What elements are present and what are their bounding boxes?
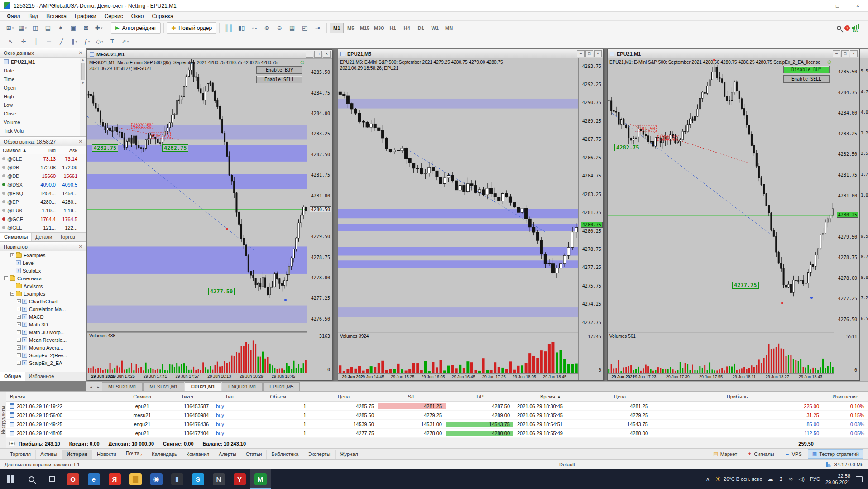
taskbar-app-terminal-app[interactable]: ▮ [167, 469, 187, 489]
taskbar-clock[interactable]: 22:5829.06.2021 [825, 473, 850, 485]
navigator-button[interactable]: ✶ [55, 22, 67, 34]
chart-tab-3-enqu21-m1[interactable]: ENQU21,M1 [222, 382, 263, 391]
expand-icon[interactable]: + [17, 307, 21, 311]
navigator-tab-общие[interactable]: Общие [0, 372, 25, 381]
expand-icon[interactable]: + [17, 330, 21, 334]
tabs-scroll-left-icon[interactable]: ◂ [87, 383, 95, 391]
expand-icon[interactable]: + [17, 315, 21, 319]
navigator-item-correlation-ma-[interactable]: +ƒCorrelation Ma... [0, 305, 86, 313]
ea-enable-sell-button[interactable]: Enable SELL [783, 75, 830, 83]
chart-window-titlebar[interactable]: MESU21,M1–□× [87, 50, 332, 59]
bar-chart-button[interactable]: ║║ [223, 22, 235, 34]
market-watch-row-gle[interactable]: @GLE121...122... [0, 223, 86, 232]
new-order-quick-button[interactable]: ✚▾ [93, 22, 105, 34]
history-row[interactable]: 2021.06.29 15:56:00mesu21136450984buy142… [6, 411, 868, 420]
navigator-item-scalpex-2-ea[interactable]: +ƒScalpEx_2_EA [0, 359, 86, 367]
menu-вставка[interactable]: Вставка [42, 12, 71, 20]
crosshair-tool-button[interactable]: ✛ [18, 36, 29, 47]
expand-icon[interactable]: + [17, 338, 21, 342]
timeframe-h1-button[interactable]: H1 [386, 23, 400, 33]
ea-enable-sell-button[interactable]: Enable SELL [256, 76, 302, 83]
timeframe-mn-button[interactable]: MN [442, 23, 456, 33]
history-row[interactable]: 2021.06.29 16:19:22epu21136453587buy1428… [6, 402, 868, 411]
timeframe-d1-button[interactable]: D1 [414, 23, 428, 33]
upload-status-icon[interactable]: ↥ [779, 476, 783, 482]
expand-icon[interactable]: + [17, 322, 21, 326]
chart-tab-0-mesu21-m1[interactable]: MESU21,M1 [102, 382, 143, 391]
chart-tab-1-mesu21-m1[interactable]: MESU21,M1 [143, 382, 184, 391]
ea-enable-buy-button[interactable]: Enable BUY [256, 66, 302, 74]
history-row[interactable]: 2021.06.29 18:48:05epu21136477404buy1427… [6, 429, 868, 438]
data-window-symbol-row[interactable]: EPU21,M1 [0, 58, 86, 66]
notification-center-icon[interactable] [856, 476, 863, 482]
algo-trading-button[interactable]: ▶Алготрейдинг [111, 22, 161, 34]
history-column-время[interactable]: Время [6, 394, 122, 399]
navigator-item-chartinchart[interactable]: +ƒChartInChart [0, 297, 86, 305]
window-minimize-button[interactable]: – [807, 0, 827, 11]
new-order-button[interactable]: ✚Новый ордер [167, 22, 216, 34]
zoom-in-button[interactable]: ⊕ [261, 22, 273, 34]
toolbox-tab-активы[interactable]: Активы [36, 450, 62, 459]
history-column-тип[interactable]: Тип [212, 394, 246, 399]
history-column-время[interactable]: Время ▲ [513, 394, 588, 399]
chart-window-titlebar[interactable]: EPU21,M1–□× [608, 49, 859, 58]
data-window-scrollbar[interactable]: ▲▼ [80, 58, 86, 136]
window-close-button[interactable]: × [848, 0, 868, 11]
zoom-out-button[interactable]: ⊖ [273, 22, 285, 34]
toolbox-tab-торговля[interactable]: Торговля [5, 450, 36, 459]
navigator-item-советники[interactable]: −Советники [0, 274, 86, 282]
window-maximize-button[interactable]: □ [827, 0, 848, 11]
market-watch-row-enq[interactable]: @ENQ1454...1454... [0, 189, 86, 197]
expand-icon[interactable]: + [17, 353, 21, 357]
expand-icon[interactable]: + [17, 345, 21, 350]
menu-файл[interactable]: Файл [3, 12, 24, 20]
chart-close-button[interactable]: × [323, 51, 331, 58]
hidden-icons-chevron[interactable]: ∧ [706, 476, 710, 482]
timeframe-m5-button[interactable]: M5 [344, 23, 358, 33]
menu-справка[interactable]: Справка [148, 12, 177, 20]
navigator-item-math-3d-morp-[interactable]: +ƒMath 3D Morp... [0, 328, 86, 336]
price-axis[interactable]: 4285.504284.754284.004283.254282.504281.… [834, 58, 859, 380]
toolbox-tab-календарь[interactable]: Календарь [147, 450, 182, 459]
chart-maximize-button[interactable]: □ [585, 50, 593, 57]
menu-графики[interactable]: Графики [71, 12, 101, 20]
search-icon[interactable] [837, 26, 841, 30]
taskbar-app-yandex-browser[interactable]: Я [104, 469, 125, 489]
toolbox-tab-компания[interactable]: Компания [182, 450, 214, 459]
menu-вид[interactable]: Вид [24, 12, 43, 20]
vps-button[interactable]: ☁VPS [780, 449, 806, 459]
taskbar-app-opera[interactable]: O [62, 469, 83, 489]
cursor-tool-button[interactable]: ↖ [5, 36, 17, 47]
collapse-icon[interactable]: − [4, 276, 8, 280]
market-watch-tab-символы[interactable]: Символы [0, 233, 32, 241]
market-watch-row-cle[interactable]: @CLE73.1373.14 [0, 154, 86, 163]
price-axis[interactable]: 4293.754292.254290.754289.254287.754286.… [578, 58, 603, 380]
network-status-icon[interactable]: ≋ [789, 476, 793, 482]
cloud-icon[interactable]: ☁ [768, 476, 773, 482]
chart-maximize-button[interactable]: □ [841, 50, 849, 57]
chart-tab-4-epu21-m5[interactable]: EPU21,M5 [263, 382, 300, 391]
market-watch-columns[interactable]: Символ ▲BidAsk [0, 146, 86, 154]
column-bid[interactable]: Bid [32, 148, 58, 153]
toolbox-tab-алерты[interactable]: Алерты [214, 450, 241, 459]
price-axis[interactable]: 4285.504284.754284.004283.254282.504281.… [307, 59, 332, 380]
timeframe-w1-button[interactable]: W1 [428, 23, 442, 33]
navigator-tab-избранное[interactable]: Избранное [25, 372, 58, 381]
chart-window-titlebar[interactable]: EPU21,M5–□× [338, 49, 603, 58]
navigator-item-math-3d[interactable]: +ƒMath 3D [0, 321, 86, 328]
market-watch-button[interactable]: ▤ [42, 22, 54, 34]
navigator-item-examples[interactable]: −Examples [0, 290, 86, 297]
strategy-tester-button[interactable]: ▦Тестер стратегий [808, 449, 863, 459]
chart-maximize-button[interactable]: □ [314, 51, 322, 58]
menu-окно[interactable]: Окно [127, 12, 148, 20]
history-table-header[interactable]: ВремяСимволТикетТипОбъемЦенаS/LT/PВремя … [6, 392, 868, 402]
navigator-item-macd[interactable]: +ƒMACD [0, 313, 86, 321]
market-watch-row-dsx[interactable]: @DSX4090.04090.5 [0, 180, 86, 189]
chart-close-button[interactable]: × [850, 50, 858, 57]
history-column-объем[interactable]: Объем [246, 394, 310, 399]
new-chart-button[interactable]: ⊞▾ [4, 22, 16, 34]
taskbar-app-media-app[interactable]: ◉ [146, 469, 167, 489]
language-indicator[interactable]: РУС [810, 476, 820, 482]
history-column-изменение[interactable]: Изменение [823, 394, 868, 399]
arrows-tool-button[interactable]: ↗▾ [119, 36, 131, 47]
